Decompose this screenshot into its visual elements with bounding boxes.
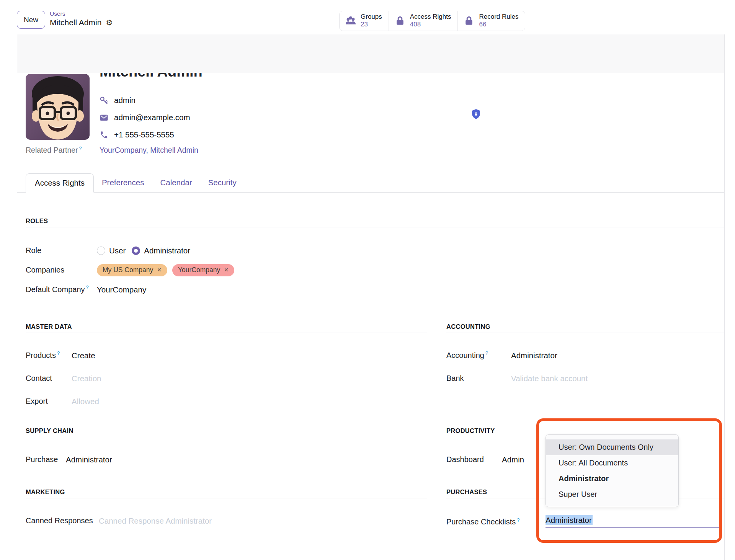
breadcrumb-users-link[interactable]: Users (50, 10, 113, 17)
top-bar: New Users Mitchell Admin ⚙ Groups 23 (0, 0, 735, 34)
companies-label: Companies (26, 265, 97, 275)
field-label: Dashboard (446, 455, 502, 464)
related-partner-row: Related Partner? YourCompany, Mitchell A… (26, 145, 198, 155)
role-row: Role User Administrator (26, 246, 724, 256)
help-icon: ? (57, 350, 60, 356)
radio-selected-icon (132, 247, 140, 255)
field-row: Contact Creation (26, 374, 427, 384)
field-value[interactable]: Create (72, 351, 95, 361)
notebook-tabs: Access Rights Preferences Calendar Secur… (17, 173, 724, 193)
field-row: Products? Create (26, 351, 427, 361)
section-supply-chain: SUPPLY CHAIN Purchase Administrator (26, 427, 427, 488)
role-radio-group: User Administrator (97, 246, 190, 256)
tab-preferences[interactable]: Preferences (94, 173, 152, 192)
field-value[interactable]: Admin (502, 455, 524, 465)
stat-label: Groups (361, 13, 382, 21)
field-value[interactable]: Administrator (511, 351, 557, 361)
section-title: MASTER DATA (26, 323, 427, 333)
record-name-field[interactable]: Mitchell Admin (100, 73, 203, 81)
dropdown-item[interactable]: User: All Documents (546, 455, 678, 471)
avatar-image (26, 74, 90, 140)
breadcrumb: Users Mitchell Admin ⚙ (50, 10, 113, 28)
radio-option-administrator[interactable]: Administrator (132, 246, 190, 256)
related-partner-link[interactable]: YourCompany, Mitchell Admin (100, 145, 198, 155)
company-tag[interactable]: YourCompany ✕ (172, 264, 234, 276)
tab-security[interactable]: Security (200, 173, 245, 192)
field-label: Purchase (26, 455, 66, 464)
purchase-checklists-label: Purchase Checklists? (446, 517, 546, 527)
stat-value: 23 (361, 21, 368, 28)
login-value[interactable]: admin (114, 95, 136, 105)
companies-row: Companies My US Company ✕ YourCompany ✕ (26, 264, 724, 276)
section-title: ROLES (26, 217, 724, 227)
purchase-checklists-dropdown: User: Own Documents Only User: All Docum… (546, 434, 679, 507)
section-marketing: MARKETING Canned Responses Canned Respon… (26, 488, 427, 541)
field-row: Purchase Administrator (26, 455, 427, 465)
stat-button-access-rights[interactable]: Access Rights 408 (389, 11, 458, 31)
dropdown-item[interactable]: User: Own Documents Only (546, 439, 678, 455)
section-title: MARKETING (26, 488, 427, 498)
remove-tag-icon[interactable]: ✕ (224, 267, 229, 274)
radio-unselected-icon (97, 247, 105, 255)
field-value[interactable]: Validate bank account (511, 374, 588, 384)
new-button[interactable]: New (17, 11, 45, 29)
lock-icon (394, 15, 406, 26)
tab-access-rights[interactable]: Access Rights (26, 173, 94, 193)
radio-label: Administrator (144, 246, 190, 256)
stat-button-record-rules[interactable]: Record Rules 66 (457, 11, 525, 31)
default-company-value[interactable]: YourCompany (97, 285, 146, 295)
avatar[interactable] (26, 74, 90, 140)
field-label: Canned Responses (26, 516, 99, 526)
field-row: Accounting? Administrator (446, 351, 724, 361)
field-label: Products? (26, 351, 72, 360)
key-icon (100, 96, 108, 105)
main-content: Mitchell Admin admin admin@example.com (0, 34, 735, 560)
tab-calendar[interactable]: Calendar (152, 173, 200, 192)
envelope-icon (100, 113, 108, 122)
field-label: Bank (446, 374, 511, 383)
field-label: Accounting? (446, 351, 511, 360)
stat-button-groups[interactable]: Groups 23 (340, 11, 389, 31)
users-group-icon (345, 15, 356, 26)
field-value[interactable]: Canned Response Administrator (99, 516, 212, 526)
default-company-row: Default Company? YourCompany (26, 285, 724, 295)
access-rights-grid: MASTER DATA Products? Create Contact Cre… (26, 323, 724, 541)
help-icon: ? (485, 350, 488, 356)
dropdown-item[interactable]: Administrator (546, 471, 678, 487)
shield-lock-icon[interactable] (472, 109, 480, 119)
email-value[interactable]: admin@example.com (114, 113, 190, 122)
stat-button-group: Groups 23 Access Rights 408 (339, 11, 525, 31)
remove-tag-icon[interactable]: ✕ (157, 267, 162, 274)
help-icon: ? (86, 284, 89, 290)
section-accounting: ACCOUNTING Accounting? Administrator Ban… (446, 323, 724, 427)
phone-row: +1 555-555-5555 (100, 129, 174, 140)
role-label: Role (26, 246, 97, 255)
section-roles: ROLES Role User Admini (26, 217, 724, 303)
users-form-page: New Users Mitchell Admin ⚙ Groups 23 (0, 0, 735, 560)
company-tag[interactable]: My US Company ✕ (97, 264, 167, 276)
field-value[interactable]: Allowed (72, 397, 99, 407)
purchase-checklists-input[interactable]: Administrator (546, 515, 720, 529)
gear-icon[interactable]: ⚙ (106, 18, 113, 28)
field-label: Contact (26, 374, 72, 383)
lock-icon (463, 15, 475, 26)
section-master-data: MASTER DATA Products? Create Contact Cre… (26, 323, 427, 427)
selected-input-text: Administrator (546, 515, 593, 525)
login-row: admin (100, 95, 136, 106)
phone-value[interactable]: +1 555-555-5555 (114, 130, 174, 140)
field-value[interactable]: Creation (72, 374, 101, 384)
field-row: Bank Validate bank account (446, 374, 724, 384)
field-label: Export (26, 397, 72, 406)
tag-label: YourCompany (178, 266, 220, 274)
stat-label: Access Rights (410, 13, 451, 21)
company-tags: My US Company ✕ YourCompany ✕ (97, 264, 234, 276)
dropdown-item[interactable]: Super User (546, 487, 678, 502)
breadcrumb-current: Mitchell Admin (50, 18, 101, 28)
email-row: admin@example.com (100, 112, 190, 123)
radio-option-user[interactable]: User (97, 246, 126, 256)
field-value[interactable]: Administrator (66, 455, 112, 465)
related-partner-label: Related Partner? (26, 145, 100, 155)
purchase-checklists-row: Purchase Checklists? Administrator (446, 516, 724, 529)
stat-label: Record Rules (479, 13, 518, 21)
help-icon: ? (79, 145, 82, 151)
